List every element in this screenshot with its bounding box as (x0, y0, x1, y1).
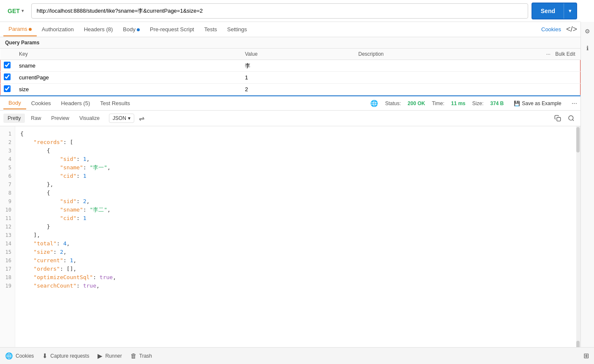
line-num-11: 11 (0, 214, 15, 223)
param-row-1-value-input[interactable] (243, 62, 350, 70)
code-line-17: "orders": [], (20, 265, 576, 273)
tab-prerequest[interactable]: Pre-request Script (145, 23, 199, 36)
query-params-title: Query Params (0, 37, 580, 49)
resp-tab-body-label: Body (8, 100, 21, 106)
size-value: 374 B (490, 101, 504, 106)
fmt-tab-raw-label: Raw (31, 115, 41, 121)
code-line-10: "sname": "李二", (20, 206, 576, 214)
right-panel-info-icon[interactable]: ℹ (582, 42, 594, 54)
table-row (0, 60, 580, 72)
resp-tab-headers-label: Headers (5) (61, 100, 90, 106)
url-bar: GET ▾ Send ▾ (0, 0, 580, 22)
tab-params[interactable]: Params (3, 22, 37, 36)
param-row-3-desc-input[interactable] (357, 85, 520, 93)
tab-authorization-label: Authorization (42, 26, 74, 33)
param-desc-header: Description (353, 49, 523, 60)
bulk-edit-button[interactable]: Bulk Edit (555, 51, 575, 57)
resp-tab-body[interactable]: Body (3, 97, 26, 109)
status-label: Status: (385, 101, 401, 106)
tab-headers[interactable]: Headers (8) (79, 23, 118, 36)
line-num-13: 13 (0, 231, 15, 239)
code-line-16: "current": 1, (20, 256, 576, 265)
tab-authorization[interactable]: Authorization (37, 23, 79, 36)
cookies-icon: 🌐 (5, 352, 13, 360)
fmt-tab-visualize-label: Visualize (79, 115, 100, 121)
tab-body[interactable]: Body (118, 23, 145, 36)
copy-button[interactable] (552, 112, 564, 124)
bottom-capture-requests[interactable]: ⬇ Capture requests (42, 352, 89, 360)
param-row-2-checkbox[interactable] (4, 73, 11, 80)
fmt-tab-pretty[interactable]: Pretty (3, 114, 25, 123)
send-dropdown-button[interactable]: ▾ (564, 3, 576, 19)
trash-icon: 🗑 (130, 352, 137, 359)
tab-tests[interactable]: Tests (199, 23, 222, 36)
body-dot (137, 28, 140, 31)
format-type-label: JSON (113, 115, 126, 121)
method-selector[interactable]: GET ▾ (3, 5, 28, 17)
param-check-header (0, 49, 14, 60)
more-icon: ··· (546, 51, 551, 57)
param-row-1-checkbox[interactable] (4, 62, 11, 68)
param-row-1-desc-input[interactable] (357, 62, 520, 70)
line-numbers: 1 2 3 4 5 6 7 8 9 10 11 12 13 14 15 16 1… (0, 126, 15, 364)
tab-cookies[interactable]: Cookies (541, 26, 561, 33)
line-num-2: 2 (0, 138, 15, 147)
param-row-3-checkbox[interactable] (4, 85, 11, 92)
send-button-wrapper: Send ▾ (532, 3, 577, 19)
format-right-icons (552, 112, 577, 124)
code-line-18: "optimizeCountSql": true, (20, 273, 576, 282)
param-row-2-key-input[interactable] (17, 73, 236, 81)
resp-tab-headers[interactable]: Headers (5) (56, 98, 95, 109)
right-panel-settings-icon[interactable]: ⚙ (582, 25, 594, 37)
code-line-2: "records": [ (20, 138, 576, 147)
param-row-2-key-cell (14, 72, 240, 84)
send-chevron-icon: ▾ (569, 8, 572, 14)
line-num-7: 7 (0, 180, 15, 189)
fmt-tab-preview[interactable]: Preview (47, 114, 73, 123)
code-scrollbar[interactable] (576, 126, 580, 364)
param-row-1-key-input[interactable] (17, 62, 236, 70)
param-row-3-value-input[interactable] (243, 85, 350, 93)
search-button[interactable] (565, 112, 577, 124)
status-code: 200 OK (408, 101, 425, 106)
globe-icon: 🌐 (370, 100, 378, 107)
wrap-icon: ⇌ (139, 114, 144, 122)
line-num-8: 8 (0, 189, 15, 197)
runner-icon: ▶ (98, 352, 103, 360)
bottom-cookies[interactable]: 🌐 Cookies (5, 352, 34, 360)
param-row-2-actions (523, 72, 580, 84)
bottom-expand-icon[interactable]: ⊞ (583, 352, 589, 360)
svg-line-2 (572, 120, 574, 121)
param-row-1-value-cell (240, 60, 353, 72)
param-row-2-value-input[interactable] (243, 73, 350, 81)
param-row-2-desc-input[interactable] (357, 73, 520, 81)
code-button[interactable]: </> (566, 25, 577, 34)
params-table: Key Value Description ··· Bulk Edit (0, 49, 580, 95)
url-input[interactable] (31, 3, 528, 19)
fmt-tab-raw[interactable]: Raw (27, 114, 45, 123)
send-button[interactable]: Send (532, 3, 564, 19)
resp-tab-cookies[interactable]: Cookies (26, 98, 56, 109)
format-type-selector[interactable]: JSON ▾ (109, 114, 134, 123)
bottom-runner[interactable]: ▶ Runner (98, 352, 122, 360)
more-options-icon[interactable]: ··· (572, 100, 577, 107)
line-num-10: 10 (0, 206, 15, 214)
method-label: GET (8, 8, 20, 14)
line-num-12: 12 (0, 223, 15, 231)
param-row-3-key-input[interactable] (17, 85, 236, 93)
line-num-18: 18 (0, 273, 15, 282)
tab-settings-label: Settings (227, 26, 247, 33)
code-line-3: { (20, 147, 576, 155)
query-params-section: Query Params Key Value Description ··· B… (0, 37, 580, 95)
param-row-1-actions (523, 60, 580, 72)
tab-settings[interactable]: Settings (222, 23, 252, 36)
line-num-17: 17 (0, 265, 15, 273)
fmt-tab-visualize[interactable]: Visualize (75, 114, 104, 123)
resp-tab-test-results[interactable]: Test Results (95, 98, 135, 109)
bottom-trash[interactable]: 🗑 Trash (130, 352, 152, 359)
save-icon: 💾 (514, 101, 520, 106)
wrap-lines-button[interactable]: ⇌ (136, 112, 148, 124)
param-row-1-check-cell (0, 60, 14, 72)
save-example-button[interactable]: 💾 Save as Example (510, 101, 564, 106)
time-label: Time: (432, 101, 445, 106)
